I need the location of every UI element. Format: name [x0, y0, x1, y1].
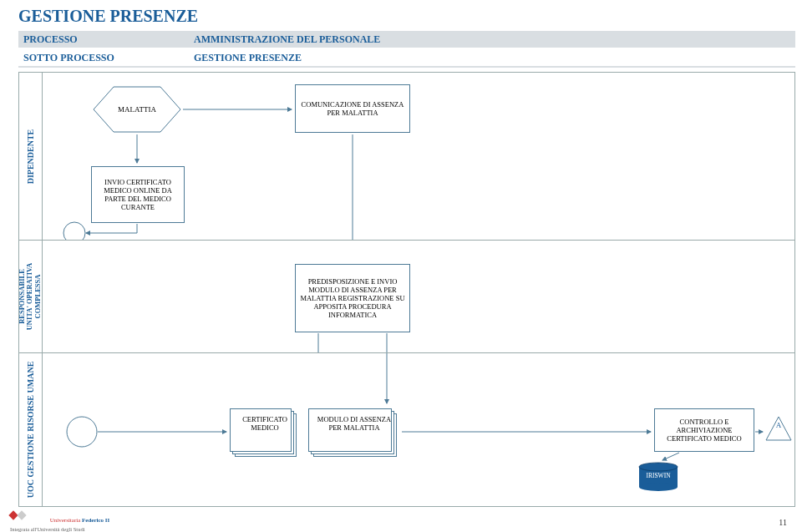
- db-iriswin-text: IRISWIN: [637, 472, 679, 479]
- lane-label-dipendente-text: DIPENDENTE: [26, 129, 35, 184]
- header-row1-value: AMMINISTRAZIONE DEL PERSONALE: [194, 33, 380, 46]
- db-iriswin: IRISWIN: [637, 462, 679, 492]
- box-predisposizione: PREDISPOSIZIONE E INVIO MODULO DI ASSENZ…: [295, 264, 410, 332]
- doc-modulo-text: MODULO DI ASSENZA PER MALATTIA: [308, 415, 400, 432]
- triangle-a: A: [764, 415, 793, 443]
- hex-malattia: MALATTIA: [91, 84, 183, 134]
- box-comunicazione: COMUNICAZIONE DI ASSENZA PER MALATTIA: [295, 84, 410, 133]
- box-predisposizione-text: PREDISPOSIZIONE E INVIO MODULO DI ASSENZ…: [299, 277, 406, 319]
- page-number: 11: [779, 518, 787, 527]
- lane-responsabile: RESPONSABILEUNITA' OPERATIVACOMPLESSA PR…: [19, 240, 794, 352]
- wf-label: WF: [68, 227, 83, 237]
- svg-point-11: [639, 483, 678, 491]
- footer-logo-name: Federico II: [82, 517, 109, 524]
- doc-certificato: CERTIFICATO MEDICO: [230, 408, 300, 460]
- lane-uoc: UOC GESTIONE RISORSE UMANE W.F. CERTIFIC…: [19, 352, 794, 506]
- box-comunicazione-text: COMUNICAZIONE DI ASSENZA PER MALATTIA: [299, 100, 406, 117]
- lane-label-uoc-text: UOC GESTIONE RISORSE UMANE: [26, 362, 35, 499]
- lane-label-responsabile: RESPONSABILEUNITA' OPERATIVACOMPLESSA: [19, 241, 43, 352]
- swimlane-container: DIPENDENTE MALATTIA COMUNICAZIONE DI ASS…: [18, 72, 795, 507]
- page-title: GESTIONE PRESENZE: [0, 0, 802, 29]
- box-controllo-text: CONTROLLO E ARCHIVIAZIONE CERTIFICATO ME…: [658, 418, 750, 443]
- triangle-a-text: A: [776, 421, 782, 429]
- hex-malattia-text: MALATTIA: [118, 105, 156, 114]
- lane-label-responsabile-text: RESPONSABILEUNITA' OPERATIVACOMPLESSA: [18, 263, 42, 331]
- header-row2-value: GESTIONE PRESENZE: [194, 52, 302, 64]
- lane-label-uoc: UOC GESTIONE RISORSE UMANE: [19, 353, 43, 506]
- box-controllo: CONTROLLO E ARCHIVIAZIONE CERTIFICATO ME…: [654, 408, 754, 452]
- box-invio-cert: INVIO CERTIFICATO MEDICO ONLINE DA PARTE…: [91, 166, 185, 223]
- lane-dipendente: DIPENDENTE MALATTIA COMUNICAZIONE DI ASS…: [19, 73, 794, 240]
- doc-certificato-text: CERTIFICATO MEDICO: [230, 415, 300, 432]
- svg-rect-20: [8, 510, 18, 519]
- header-row1-label: PROCESSO: [18, 33, 194, 46]
- svg-line-18: [662, 453, 679, 460]
- box-invio-cert-text: INVIO CERTIFICATO MEDICO ONLINE DA PARTE…: [95, 178, 180, 211]
- lane-label-dipendente: DIPENDENTE: [19, 73, 43, 240]
- wf2-label: W.F.: [71, 426, 94, 439]
- header-row2-label: SOTTO PROCESSO: [18, 52, 194, 64]
- doc-modulo: MODULO DI ASSENZA PER MALATTIA: [308, 408, 400, 460]
- header-row-1: PROCESSO AMMINISTRAZIONE DEL PERSONALE: [18, 31, 795, 48]
- footer-caption: Integrata all'Università degli Studi: [10, 526, 84, 532]
- svg-rect-21: [17, 510, 26, 519]
- footer-logo-text: Universitaria: [50, 517, 81, 524]
- header-row-2: SOTTO PROCESSO GESTIONE PRESENZE: [18, 49, 795, 68]
